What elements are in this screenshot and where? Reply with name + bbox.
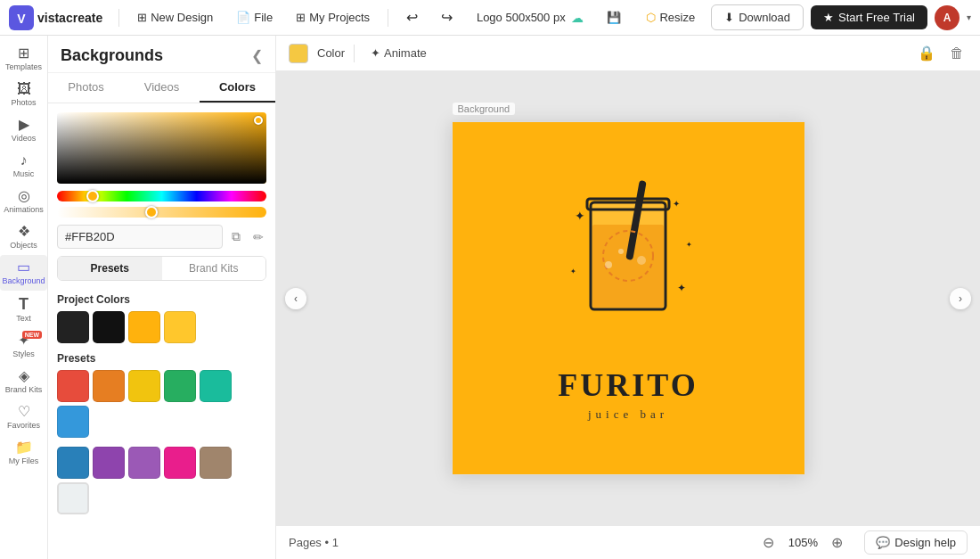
swatch-blue[interactable] [57,406,89,438]
swatch-black1[interactable] [57,311,89,343]
file-name-area: Logo 500x500 px ☁ [467,11,592,25]
lock-icon[interactable]: 🔒 [914,41,939,65]
svg-text:V: V [17,12,26,26]
edit-icon[interactable]: ✏ [249,226,267,248]
avatar[interactable]: A [935,5,960,30]
swatch-red[interactable] [57,370,89,402]
file-button[interactable]: 📄 File [227,7,282,28]
tab-videos[interactable]: Videos [124,73,200,103]
swatch-green[interactable] [164,370,196,402]
hue-slider[interactable] [57,191,266,201]
sidebar-item-my-files[interactable]: 📁 My Files [0,435,47,471]
sidebar-item-music[interactable]: ♪ Music [0,148,47,184]
panel-title: Backgrounds [61,46,163,65]
tab-colors[interactable]: Colors [200,73,275,103]
music-label: Music [13,169,35,178]
panel-tabs: Photos Videos Colors [48,73,275,103]
file-label: File [254,11,273,24]
file-name[interactable]: Logo 500x500 px [477,11,566,24]
videos-label: Videos [12,134,36,143]
hex-input[interactable] [57,225,223,249]
opacity-handle[interactable] [145,206,158,218]
panel-close-button[interactable]: ❮ [251,47,263,64]
nav-right: 💾 ⬡ Resize ⬇ Download ★ Start Free Trial… [598,4,971,30]
preset-swatches-row2 [57,447,266,514]
gradient-overlay [57,112,266,184]
swatch-pink[interactable] [164,447,196,479]
swatch-brown[interactable] [200,447,232,479]
swatch-purple[interactable] [128,447,160,479]
music-icon: ♪ [20,153,28,168]
file-icon: 📄 [236,11,250,24]
projects-icon: ⊞ [296,11,306,24]
zoom-out-button[interactable]: ⊖ [759,530,778,555]
gradient-box[interactable] [57,112,266,184]
sidebar-item-text[interactable]: T Text [0,291,47,328]
styles-label: Styles [12,349,35,358]
swatch-yellow[interactable] [128,370,160,402]
download-button[interactable]: ⬇ Download [711,4,804,30]
new-design-button[interactable]: ⊞ New Design [128,7,222,28]
sidebar-item-favorites[interactable]: ♡ Favorites [0,399,47,435]
swatch-dark-blue[interactable] [57,447,89,479]
background-icon: ▭ [17,260,30,275]
tab-photos[interactable]: Photos [48,73,124,103]
swatch-teal[interactable] [200,370,232,402]
save-button[interactable]: 💾 [598,7,630,28]
svg-text:✦: ✦ [686,241,692,249]
sidebar-item-templates[interactable]: ⊞ Templates [0,41,47,77]
videos-icon: ▶ [19,118,29,132]
swatch-dark-purple[interactable] [93,447,125,479]
logo[interactable]: V vistacreate [9,5,102,30]
sidebar-item-brand-kits[interactable]: ◈ Brand Kits [0,364,47,399]
sub-tab-presets[interactable]: Presets [58,257,162,280]
swatch-amber2[interactable] [164,311,196,343]
toolbar-color-swatch[interactable] [289,44,308,63]
templates-label: Templates [5,62,42,71]
pages-label[interactable]: Pages • 1 [289,536,339,549]
favorites-label: Favorites [7,421,40,430]
photos-icon: 🖼 [17,82,31,96]
trash-icon[interactable]: 🗑 [946,42,968,65]
resize-button[interactable]: ⬡ Resize [637,7,704,28]
toolbar-color-label[interactable]: Color [317,46,345,60]
objects-label: Objects [10,241,37,250]
my-projects-button[interactable]: ⊞ My Projects [287,7,379,28]
chevron-down-icon[interactable]: ▾ [967,12,971,22]
swatch-orange[interactable] [93,370,125,402]
swatch-amber1[interactable] [128,311,160,343]
sidebar-item-animations[interactable]: ◎ Animations [0,184,47,219]
opacity-slider[interactable] [57,207,266,218]
sidebar-item-background[interactable]: ▭ Background [0,255,47,291]
scroll-left-button[interactable]: ‹ [285,288,306,309]
copy-icon[interactable]: ⧉ [228,226,244,248]
gradient-handle[interactable] [254,116,263,125]
zoom-in-button[interactable]: ⊕ [828,530,846,555]
undo-button[interactable]: ↩ [397,5,427,29]
scroll-right-button[interactable]: › [950,288,971,309]
sidebar-item-styles[interactable]: NEW ✦ Styles [0,328,47,364]
background-label: Background [2,276,45,285]
redo-button[interactable]: ↪ [432,5,461,29]
design-canvas[interactable]: Background ✦ ✦ ✦ ✦ ✦ [452,121,805,475]
trial-button[interactable]: ★ Start Free Trial [811,5,927,29]
hue-handle[interactable] [86,190,99,202]
sidebar-item-videos[interactable]: ▶ Videos [0,112,47,148]
nav-divider-1 [118,9,119,27]
sidebar-item-objects[interactable]: ❖ Objects [0,219,47,255]
hex-row: ⧉ ✏ [57,225,266,256]
sidebar-item-photos[interactable]: 🖼 Photos [0,77,47,112]
swatch-black2[interactable] [93,311,125,343]
animate-button[interactable]: ✦ Animate [363,43,434,63]
svg-point-13 [618,249,624,254]
main-area: ⊞ Templates 🖼 Photos ▶ Videos ♪ Music ◎ … [0,36,980,559]
download-label: Download [739,11,790,24]
canvas-area: Color ✦ Animate 🔒 🗑 ‹ Background ✦ [276,36,980,559]
design-help-button[interactable]: 💬 Design help [864,530,968,555]
svg-text:✦: ✦ [575,209,585,223]
trial-label: Start Free Trial [838,11,915,24]
presets-title: Presets [57,352,266,365]
sub-tab-brand-kits[interactable]: Brand Kits [162,257,266,280]
project-colors-title: Project Colors [57,293,266,306]
swatch-white[interactable] [57,482,89,514]
